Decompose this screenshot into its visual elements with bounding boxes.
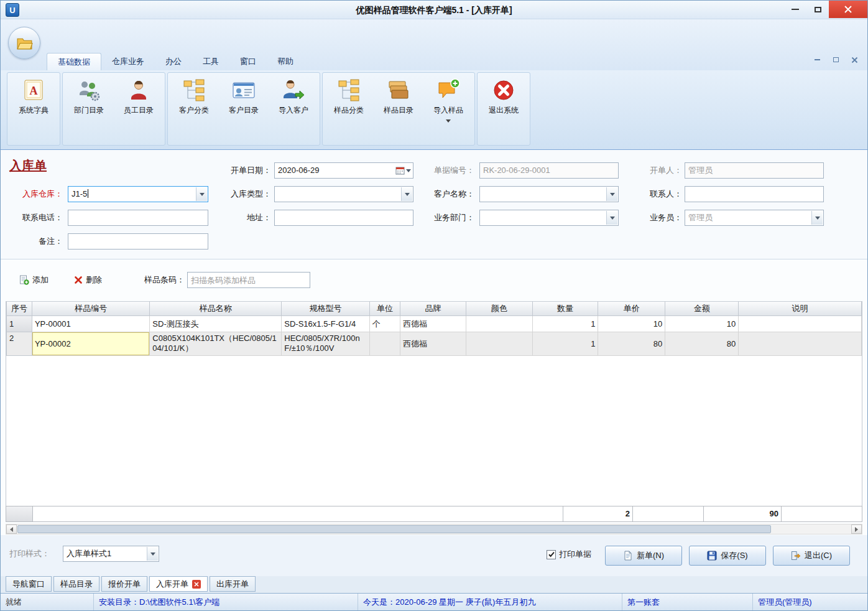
- print-doc-checkbox[interactable]: [547, 550, 556, 559]
- new-button[interactable]: 新单(N): [605, 546, 682, 566]
- ribbon-tab-office[interactable]: 办公: [155, 53, 192, 70]
- import-customer-button[interactable]: 导入客户: [269, 74, 318, 144]
- customer-combo-arrow[interactable]: [606, 187, 617, 201]
- scrollbar-thumb[interactable]: [17, 525, 771, 533]
- application-menu-button[interactable]: [8, 27, 40, 59]
- save-button[interactable]: 保存(S): [689, 546, 766, 566]
- cell-qty[interactable]: 1: [533, 332, 599, 356]
- warehouse-value: J1-5: [72, 189, 87, 198]
- barcode-input[interactable]: [187, 272, 310, 288]
- cell-note[interactable]: [739, 332, 862, 356]
- page-title: 入库单: [9, 157, 47, 174]
- contact-field[interactable]: [685, 186, 824, 202]
- cell-code-selected[interactable]: YP-00002: [32, 332, 150, 356]
- inbound-type-combo-arrow[interactable]: [401, 187, 412, 201]
- row-header[interactable]: 2: [6, 332, 32, 356]
- cell-amount[interactable]: 80: [665, 332, 739, 356]
- maximize-button[interactable]: [806, 1, 829, 18]
- col-header-note[interactable]: 说明: [739, 301, 862, 316]
- sample-category-button[interactable]: 样品分类: [324, 74, 374, 144]
- minimize-button[interactable]: [784, 1, 806, 18]
- inbound-type-combo[interactable]: [274, 186, 413, 202]
- ribbon-tab-warehouse[interactable]: 仓库业务: [101, 53, 155, 70]
- date-dropdown[interactable]: [391, 164, 412, 177]
- cell-spec[interactable]: HEC/0805/X7R/100nF/±10％/100V: [282, 332, 369, 356]
- dept-combo-arrow[interactable]: [606, 211, 617, 225]
- col-header-seq[interactable]: 序号: [6, 301, 32, 316]
- exit-system-button[interactable]: 退出系统: [479, 74, 529, 144]
- tab-sample-list[interactable]: 样品目录: [53, 576, 99, 592]
- cell-color[interactable]: [466, 316, 533, 332]
- cell-amount[interactable]: 10: [665, 316, 739, 332]
- col-header-amount[interactable]: 金额: [665, 301, 739, 316]
- scroll-left-button[interactable]: [6, 525, 17, 534]
- department-list-button[interactable]: 部门目录: [64, 74, 114, 144]
- address-field[interactable]: [274, 210, 413, 226]
- delete-row-button[interactable]: 删除: [70, 272, 106, 288]
- col-header-price[interactable]: 单价: [598, 301, 665, 316]
- customer-category-button[interactable]: 客户分类: [169, 74, 219, 144]
- dropdown-arrow-icon[interactable]: [446, 119, 451, 125]
- import-customer-icon: [282, 78, 305, 102]
- tab-quote-order[interactable]: 报价开单: [101, 576, 147, 592]
- tab-close-button[interactable]: [192, 580, 201, 589]
- col-header-unit[interactable]: 单位: [370, 301, 400, 316]
- col-header-brand[interactable]: 品牌: [400, 301, 466, 316]
- cell-brand[interactable]: 西德福: [400, 332, 466, 356]
- cell-name[interactable]: C0805X104K101TX（HEC/0805/104/101/K）: [150, 332, 282, 356]
- cell-price[interactable]: 80: [598, 332, 665, 356]
- col-header-name[interactable]: 样品名称: [150, 301, 282, 316]
- tab-inbound-order[interactable]: 入库开单: [149, 576, 208, 592]
- date-field[interactable]: 2020-06-29: [274, 162, 413, 179]
- ribbon-tab-window[interactable]: 窗口: [229, 53, 267, 70]
- document-tabs: 导航窗口 样品目录 报价开单 入库开单 出库开单: [1, 576, 867, 593]
- col-header-qty[interactable]: 数量: [533, 301, 599, 316]
- scroll-right-button[interactable]: [851, 525, 862, 534]
- import-sample-button[interactable]: 导入样品: [423, 74, 473, 144]
- horizontal-scrollbar[interactable]: [6, 524, 862, 534]
- cell-unit[interactable]: 个: [370, 316, 400, 332]
- exit-button[interactable]: 退出(C): [773, 546, 850, 566]
- cell-note[interactable]: [739, 316, 862, 332]
- customer-card-icon: [232, 78, 256, 102]
- system-dictionary-button[interactable]: A 系统字典: [9, 74, 58, 144]
- mdi-restore-button[interactable]: [831, 55, 840, 64]
- customer-list-button[interactable]: 客户目录: [219, 74, 269, 144]
- ribbon-tab-help[interactable]: 帮助: [267, 53, 304, 70]
- mdi-minimize-button[interactable]: [813, 55, 821, 64]
- remark-field[interactable]: [68, 233, 208, 250]
- col-header-spec[interactable]: 规格型号: [282, 301, 369, 316]
- cell-color[interactable]: [466, 332, 533, 356]
- print-style-combo[interactable]: 入库单样式1: [63, 546, 159, 562]
- cell-name[interactable]: SD-测压接头: [150, 316, 282, 332]
- salesman-combo-arrow[interactable]: [811, 211, 823, 225]
- cell-spec[interactable]: SD-S16x1.5-F-G1/4: [282, 316, 369, 332]
- phone-field[interactable]: [68, 210, 208, 226]
- cell-price[interactable]: 10: [598, 316, 665, 332]
- cell-code[interactable]: YP-00001: [32, 316, 150, 332]
- add-row-button[interactable]: 添加: [16, 272, 52, 288]
- col-header-color[interactable]: 颜色: [466, 301, 533, 316]
- row-header[interactable]: 1: [6, 316, 32, 332]
- mdi-close-button[interactable]: [850, 55, 859, 64]
- dept-combo[interactable]: [479, 210, 619, 226]
- cell-qty[interactable]: 1: [533, 316, 599, 332]
- totals-spacer: [633, 506, 704, 522]
- warehouse-combo[interactable]: J1-5: [68, 186, 208, 202]
- totals-spacer: [782, 506, 862, 522]
- tab-outbound-order[interactable]: 出库开单: [210, 576, 256, 592]
- customer-combo[interactable]: [479, 186, 619, 202]
- salesman-combo[interactable]: 管理员: [685, 210, 824, 226]
- ribbon-tab-basic-data[interactable]: 基础数据: [47, 53, 101, 70]
- dictionary-icon: A: [22, 78, 45, 102]
- print-style-combo-arrow[interactable]: [147, 547, 158, 561]
- close-button[interactable]: [829, 1, 867, 18]
- col-header-code[interactable]: 样品编号: [32, 301, 150, 316]
- ribbon-tab-tools[interactable]: 工具: [192, 53, 229, 70]
- employee-list-button[interactable]: 员工目录: [114, 74, 164, 144]
- tab-navigation[interactable]: 导航窗口: [6, 576, 52, 592]
- cell-unit[interactable]: [370, 332, 400, 356]
- warehouse-combo-arrow[interactable]: [196, 187, 207, 201]
- cell-brand[interactable]: 西德福: [400, 316, 466, 332]
- sample-list-button[interactable]: 样品目录: [374, 74, 423, 144]
